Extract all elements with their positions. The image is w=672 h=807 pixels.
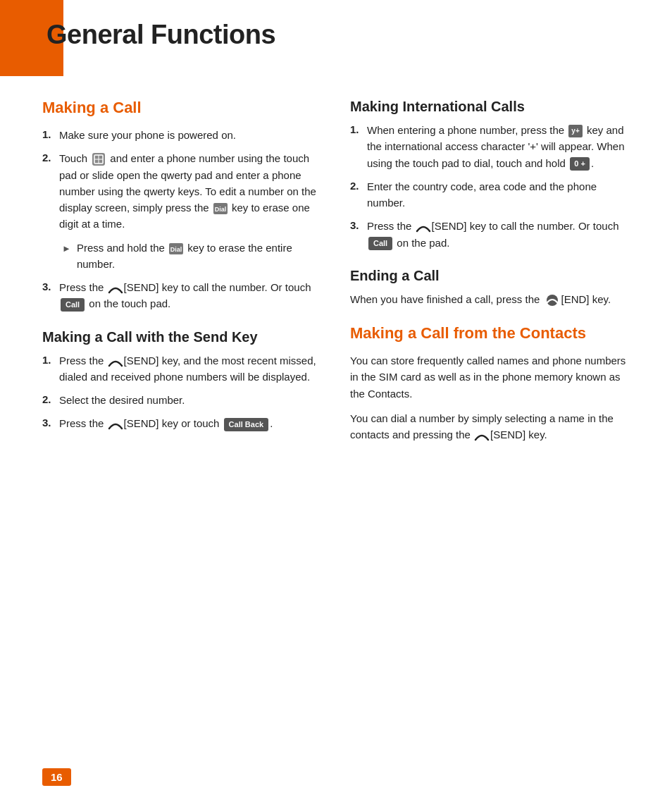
call-back-button-inline: Call Back <box>224 418 269 431</box>
contacts-para-1: You can store frequently called names an… <box>350 352 630 402</box>
dial-icon-2: Dial <box>213 203 228 214</box>
page-number: 16 <box>42 768 71 786</box>
zero-plus-key: 0 + <box>570 157 590 171</box>
intl-step-3-text: Press the [SEND] key to call the number.… <box>367 218 630 251</box>
page-title: General Functions <box>46 20 275 50</box>
making-call-step-1: 1. Make sure your phone is powered on. <box>42 127 322 143</box>
call-button-inline: Call <box>61 298 85 312</box>
intl-step-1-num: 1. <box>350 122 363 171</box>
sk-step-1-num: 1. <box>42 352 55 386</box>
intl-step-2: 2. Enter the country code, area code and… <box>350 178 630 211</box>
send-icon-contacts <box>474 430 490 441</box>
sk-step-1-text: Press the [SEND] key, and the most recen… <box>59 352 322 386</box>
ending-call-section: Ending a Call When you have finished a c… <box>350 268 630 307</box>
step-2-num: 2. <box>42 150 55 232</box>
call-button-intl: Call <box>368 237 392 250</box>
contacts-para-2: You can dial a number by simply selectin… <box>350 410 630 443</box>
sk-step-3-num: 3. <box>42 415 55 431</box>
send-key-title: Making a Call with the Send Key <box>42 329 322 345</box>
send-key-section: Making a Call with the Send Key 1. Press… <box>42 329 322 432</box>
intl-step-3-num: 3. <box>350 218 363 251</box>
intl-step-2-text: Enter the country code, area code and th… <box>367 178 630 211</box>
svg-text:Dial: Dial <box>170 246 182 253</box>
end-icon <box>544 294 561 307</box>
intl-step-2-num: 2. <box>350 178 363 211</box>
sk-step-2-text: Select the desired number. <box>59 392 322 408</box>
intl-step-1-text: When entering a phone number, press the … <box>367 122 630 171</box>
send-icon-sk1 <box>108 356 123 367</box>
bullet-arrow-icon: ► <box>62 242 71 273</box>
touch-icon <box>92 152 106 166</box>
bullet-text: Press and hold the Dial key to erase the… <box>77 240 322 273</box>
ending-call-title: Ending a Call <box>350 268 630 284</box>
step-3-num: 3. <box>42 279 55 312</box>
intl-calls-title: Making International Calls <box>350 99 630 115</box>
intl-step-1: 1. When entering a phone number, press t… <box>350 122 630 171</box>
send-key-step-2: 2. Select the desired number. <box>42 392 322 408</box>
sk-step-2-num: 2. <box>42 392 55 408</box>
intl-step-3: 3. Press the [SEND] key to call the numb… <box>350 218 630 251</box>
step-1-num: 1. <box>42 127 55 143</box>
step-3-text: Press the [SEND] key to call the number.… <box>59 279 322 312</box>
svg-text:Dial: Dial <box>215 206 227 213</box>
dial-icon-bullet: Dial <box>169 243 183 254</box>
ending-call-text: When you have finished a call, press the… <box>350 291 630 307</box>
y-plus-key: y+ <box>568 125 582 137</box>
send-icon-1 <box>108 283 123 294</box>
content-area: Making a Call 1. Make sure your phone is… <box>0 99 672 443</box>
making-call-step-3: 3. Press the [SEND] key to call the numb… <box>42 279 322 312</box>
contacts-section: Making a Call from the Contacts You can … <box>350 324 630 443</box>
send-key-step-1: 1. Press the [SEND] key, and the most re… <box>42 352 322 386</box>
step-1-text: Make sure your phone is powered on. <box>59 127 322 143</box>
right-column: Making International Calls 1. When enter… <box>350 99 630 443</box>
contacts-title: Making a Call from the Contacts <box>350 324 630 343</box>
making-call-step-2: 2. Touch and enter a phone number using … <box>42 150 322 232</box>
send-key-step-3: 3. Press the [SEND] key or touch Call Ba… <box>42 415 322 431</box>
making-call-bullet: ► Press and hold the Dial key to erase t… <box>62 240 322 273</box>
sk-step-3-text: Press the [SEND] key or touch Call Back. <box>59 415 322 431</box>
send-icon-sk3 <box>108 419 123 430</box>
step-2-text: Touch and enter a phone number using the… <box>59 150 322 232</box>
send-icon-intl <box>416 221 431 233</box>
making-a-call-title: Making a Call <box>42 99 322 117</box>
left-column: Making a Call 1. Make sure your phone is… <box>42 99 322 443</box>
